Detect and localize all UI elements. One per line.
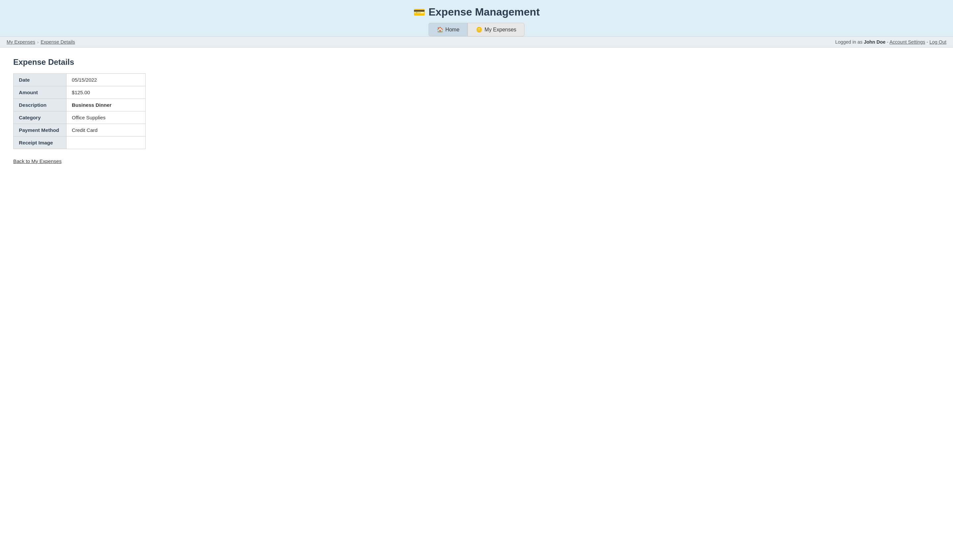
details-tbody: Date05/15/2022Amount$125.00DescriptionBu…	[14, 74, 146, 149]
app-title-row: 💳 Expense Management	[0, 6, 953, 18]
field-label: Receipt Image	[14, 136, 67, 149]
page-title: Expense Details	[13, 57, 940, 67]
breadcrumb-parent[interactable]: My Expenses	[7, 39, 35, 45]
details-table: Date05/15/2022Amount$125.00DescriptionBu…	[13, 73, 146, 149]
credit-card-icon: 💳	[413, 6, 425, 18]
table-row: DescriptionBusiness Dinner	[14, 99, 146, 111]
app-title: Expense Management	[428, 6, 540, 18]
breadcrumb-separator: ›	[37, 40, 39, 45]
table-row: CategoryOffice Supplies	[14, 111, 146, 124]
breadcrumb-current: Expense Details	[41, 39, 75, 45]
expenses-icon: 🪙	[476, 26, 483, 33]
field-value: Credit Card	[67, 124, 146, 136]
field-label: Description	[14, 99, 67, 111]
logged-in-text: Logged in as	[835, 39, 862, 45]
field-label: Category	[14, 111, 67, 124]
header: 💳 Expense Management 🏠 Home 🪙 My Expense…	[0, 0, 953, 36]
table-row: Amount$125.00	[14, 86, 146, 99]
main-content: Expense Details Date05/15/2022Amount$125…	[0, 48, 953, 560]
breadcrumb: My Expenses › Expense Details	[7, 39, 75, 45]
tab-home-label: Home	[445, 27, 459, 33]
account-settings-link[interactable]: Account Settings	[889, 39, 925, 45]
breadcrumb-bar: My Expenses › Expense Details Logged in …	[0, 36, 953, 48]
field-value: $125.00	[67, 86, 146, 99]
separator2: -	[927, 39, 930, 45]
back-link[interactable]: Back to My Expenses	[13, 158, 62, 164]
tab-my-expenses-label: My Expenses	[484, 27, 516, 33]
field-label: Date	[14, 74, 67, 86]
field-value: Business Dinner	[67, 99, 146, 111]
nav-bar: 🏠 Home 🪙 My Expenses	[0, 23, 953, 36]
field-value: 05/15/2022	[67, 74, 146, 86]
field-value: Office Supplies	[67, 111, 146, 124]
tab-home[interactable]: 🏠 Home	[428, 23, 468, 36]
tab-my-expenses[interactable]: 🪙 My Expenses	[467, 23, 525, 36]
table-row: Receipt Image	[14, 136, 146, 149]
field-label: Amount	[14, 86, 67, 99]
separator1: -	[887, 39, 889, 45]
field-label: Payment Method	[14, 124, 67, 136]
user-name: John Doe	[864, 39, 886, 45]
table-row: Payment MethodCredit Card	[14, 124, 146, 136]
home-icon: 🏠	[437, 26, 443, 33]
table-row: Date05/15/2022	[14, 74, 146, 86]
user-info: Logged in as John Doe - Account Settings…	[835, 39, 946, 45]
field-value	[67, 136, 146, 149]
logout-link[interactable]: Log Out	[930, 39, 946, 45]
